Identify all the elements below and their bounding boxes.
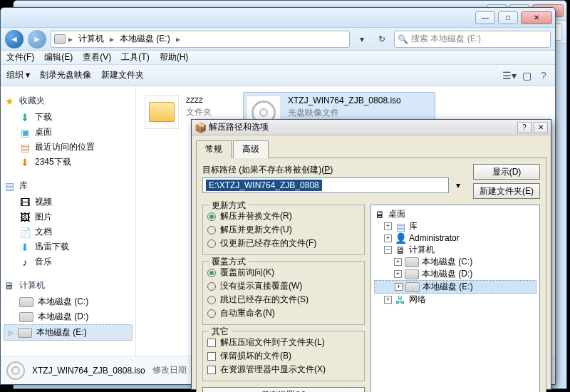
close-button[interactable]: ✕ <box>521 11 552 24</box>
breadcrumb-seg[interactable]: 计算机 <box>76 33 107 45</box>
radio-skip-existing[interactable]: 跳过已经存在的文件(S) <box>207 293 360 306</box>
details-mod-label: 修改日期 <box>152 364 187 376</box>
menu-help[interactable]: 帮助(H) <box>160 51 189 63</box>
folder-tree[interactable]: 🖥桌面 +▤库 +👤Administrator −🖥计算机 +本地磁盘 (C:)… <box>370 205 540 392</box>
preview-pane-icon[interactable]: ▢ <box>521 70 532 81</box>
path-dropdown-icon[interactable]: ▾ <box>453 180 463 190</box>
burn-image-button[interactable]: 刻录光盘映像 <box>40 69 91 81</box>
overwrite-mode-legend: 覆盖方式 <box>209 256 249 268</box>
nav-item-xunlei[interactable]: ⬇迅雷下载 <box>4 239 133 254</box>
radio-update-existing[interactable]: 仅更新已经存在的文件(F) <box>207 237 360 250</box>
update-mode-legend: 更新方式 <box>209 200 249 212</box>
minimize-button[interactable]: — <box>475 11 495 24</box>
menu-edit[interactable]: 编辑(E) <box>44 51 73 63</box>
new-folder-button[interactable]: 新建文件夹 <box>101 69 144 81</box>
check-keep-broken[interactable]: 保留损坏的文件(B) <box>207 349 360 363</box>
misc-legend: 其它 <box>209 326 232 338</box>
radio-auto-rename[interactable]: 自动重命名(N) <box>207 306 360 320</box>
breadcrumb-dropdown[interactable]: ▾ <box>354 31 370 47</box>
organize-button[interactable]: 组织 ▾ <box>6 69 30 81</box>
search-input[interactable]: 🔍搜索 本地磁盘 (E:) <box>394 31 551 48</box>
breadcrumb-seg[interactable]: 本地磁盘 (E:) <box>117 33 173 45</box>
nav-group-computer[interactable]: 🖥计算机 <box>4 279 133 292</box>
new-folder-button[interactable]: 新建文件夹(E) <box>473 183 540 199</box>
drive-icon <box>54 33 66 45</box>
menu-view[interactable]: 查看(V) <box>83 51 111 63</box>
back-button[interactable]: ◄ <box>5 30 24 48</box>
nav-item-drive-c[interactable]: 本地磁盘 (C:) <box>4 294 133 309</box>
nav-item-desktop[interactable]: ▣桌面 <box>4 125 133 140</box>
tree-drive-e[interactable]: +本地磁盘 (E:) <box>374 280 537 294</box>
tab-strip: 常规 高级 <box>196 140 546 158</box>
dialog-help-button[interactable]: ? <box>517 122 532 133</box>
menubar: 文件(F) 编辑(E) 查看(V) 工具(T) 帮助(H) <box>1 51 555 65</box>
nav-group-libraries[interactable]: ▤库 <box>4 180 133 192</box>
extract-dialog: 📦 解压路径和选项 ? ✕ 常规 高级 目标路径 (如果不存在将被创建)(P) … <box>191 119 551 390</box>
save-settings-button[interactable]: 保存设置(V) <box>202 387 365 392</box>
path-label: 目标路径 (如果不存在将被创建) <box>202 165 321 175</box>
dialog-title: 解压路径和选项 <box>209 121 269 133</box>
maximize-button[interactable]: □ <box>498 11 518 24</box>
nav-item-drive-e[interactable]: ▷本地磁盘 (E:) <box>4 324 133 341</box>
dialog-close-button[interactable]: ✕ <box>534 122 548 133</box>
forward-button[interactable]: ► <box>28 30 46 48</box>
misc-group: 其它 解压压缩文件到子文件夹(L) 保留损坏的文件(B) 在资源管理器中显示文件… <box>202 331 365 381</box>
show-button[interactable]: 显示(D) <box>473 164 540 180</box>
radio-extract-update[interactable]: 解压并更新文件(U) <box>207 223 360 237</box>
tree-admin[interactable]: +👤Administrator <box>374 232 537 244</box>
nav-item-documents[interactable]: 📄文档 <box>4 225 133 239</box>
item-type: 光盘映像文件 <box>288 107 401 119</box>
nav-pane: ★收藏夹 ⬇下载 ▣桌面 ▤最近访问的位置 ⬇2345下载 ▤库 🎞视频 🖼图片… <box>1 86 136 356</box>
details-name: XTZJ_WIN764_ZJB_0808.iso <box>32 366 145 376</box>
nav-item-music[interactable]: ♪音乐 <box>4 254 133 269</box>
tree-computer[interactable]: −🖥计算机 <box>374 244 537 256</box>
titlebar[interactable]: — □ ✕ <box>1 8 555 28</box>
nav-group-favorites[interactable]: ★收藏夹 <box>4 95 133 107</box>
nav-item-pictures[interactable]: 🖼图片 <box>4 210 133 225</box>
tree-libraries[interactable]: +▤库 <box>374 220 537 232</box>
archive-icon: 📦 <box>195 122 206 133</box>
item-name: XTZJ_WIN764_ZJB_0808.iso <box>288 96 401 105</box>
nav-item-recent[interactable]: ▤最近访问的位置 <box>4 140 133 155</box>
nav-item-videos[interactable]: 🎞视频 <box>4 195 133 210</box>
tab-advanced[interactable]: 高级 <box>233 140 269 158</box>
view-options-icon[interactable]: ☰▾ <box>504 70 515 81</box>
refresh-button[interactable]: ↻ <box>374 31 390 47</box>
tree-drive-c[interactable]: +本地磁盘 (C:) <box>374 256 537 268</box>
update-mode-group: 更新方式 解压并替换文件(R) 解压并更新文件(U) 仅更新已经存在的文件(F) <box>202 205 365 255</box>
dialog-titlebar[interactable]: 📦 解压路径和选项 ? ✕ <box>192 120 551 135</box>
destination-path-input[interactable]: E:\XTZJ_WIN764_ZJB_0808 <box>202 177 449 193</box>
tree-drive-d[interactable]: +本地磁盘 (D:) <box>374 268 537 280</box>
tab-general[interactable]: 常规 <box>196 140 232 158</box>
command-bar: 组织 ▾ 刻录光盘映像 新建文件夹 ☰▾ ▢ ? <box>1 65 555 86</box>
item-type: 文件夹 <box>186 106 212 118</box>
radio-overwrite-noprompt[interactable]: 没有提示直接覆盖(W) <box>207 279 360 293</box>
tree-desktop[interactable]: 🖥桌面 <box>374 208 537 220</box>
breadcrumb[interactable]: ▸ 计算机 ▸ 本地磁盘 (E:) ▸ <box>51 31 350 48</box>
check-show-in-explorer[interactable]: 在资源管理器中显示文件(X) <box>207 363 360 376</box>
overwrite-mode-group: 覆盖方式 覆盖前询问(K) 没有提示直接覆盖(W) 跳过已经存在的文件(S) 自… <box>202 261 365 325</box>
item-name: zzzz <box>186 95 212 105</box>
nav-item-downloads[interactable]: ⬇下载 <box>4 110 133 125</box>
folder-icon <box>145 95 179 129</box>
disc-image-icon <box>6 361 25 380</box>
nav-item-drive-d[interactable]: 本地磁盘 (D:) <box>4 309 133 324</box>
menu-tools[interactable]: 工具(T) <box>121 51 149 63</box>
help-icon[interactable]: ? <box>538 70 549 81</box>
nav-item-2345[interactable]: ⬇2345下载 <box>4 155 133 170</box>
tree-network[interactable]: +🖧网络 <box>374 294 537 306</box>
menu-file[interactable]: 文件(F) <box>6 51 34 63</box>
